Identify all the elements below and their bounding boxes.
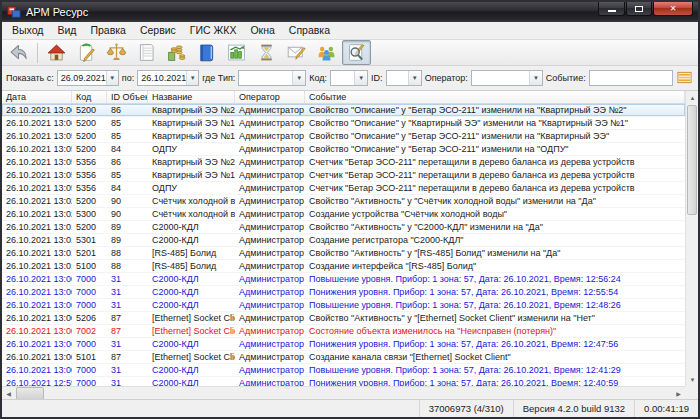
table-body: 26.10.2021 13:06:06520086Квартирный ЭЭ №… xyxy=(2,104,685,390)
table-row[interactable]: 26.10.2021 13:05:02535685Квартирный ЭЭ №… xyxy=(2,169,685,182)
column-header-object_id[interactable]: ID Объекта xyxy=(107,91,148,103)
table-row[interactable]: 26.10.2021 13:01:59520089С2000-КДЛАдмини… xyxy=(2,221,685,234)
menu-item-ГИС ЖКХ[interactable]: ГИС ЖКХ xyxy=(183,23,244,38)
column-header-date[interactable]: Дата xyxy=(2,91,72,103)
charts-icon[interactable] xyxy=(222,40,251,65)
cell-code: 7000 xyxy=(72,364,107,376)
id-combo[interactable]: ▼ xyxy=(386,70,422,86)
date-to-combo[interactable]: 26.10.2021▼ xyxy=(137,70,199,86)
column-header-code[interactable]: Код xyxy=(72,91,107,103)
menu-item-Правка[interactable]: Правка xyxy=(83,23,132,38)
type-combo[interactable]: ▼ xyxy=(238,70,306,86)
cell-name: Квартирный ЭЭ №2 xyxy=(148,156,235,168)
cell-object_id: 84 xyxy=(107,182,148,194)
cell-event: Счетчик "Бетар ЭСО-211" перетащили в дер… xyxy=(305,156,685,168)
app-icon xyxy=(7,5,21,19)
cell-object_id: 86 xyxy=(107,156,148,168)
cell-operator: Администратор xyxy=(235,286,305,298)
cell-event: Повышение уровня. Прибор: 1 зона: 57, Да… xyxy=(305,273,685,285)
cell-code: 5200 xyxy=(72,117,107,129)
table-row[interactable]: 26.10.2021 13:06:01520085Квартирный ЭЭ №… xyxy=(2,117,685,130)
table-row[interactable]: 26.10.2021 13:00:21520687[Ethernet] Sock… xyxy=(2,312,685,325)
table-row[interactable]: 26.10.2021 13:05:05535686Квартирный ЭЭ №… xyxy=(2,156,685,169)
table-row[interactable]: 26.10.2021 13:02:04520090Счётчик холодно… xyxy=(2,195,685,208)
table-row[interactable]: 26.10.2021 13:01:59530189С2000-КДЛАдмини… xyxy=(2,234,685,247)
column-header-event[interactable]: Событие xyxy=(305,91,685,103)
cell-code: 5356 xyxy=(72,182,107,194)
cell-object_id: 31 xyxy=(107,273,148,285)
cell-operator: Администратор xyxy=(235,234,305,246)
table-row[interactable]: 26.10.2021 13:00:15700031С2000-КДЛАдмини… xyxy=(2,338,685,351)
reference-book-icon[interactable] xyxy=(192,40,221,65)
vertical-scroll-thumb[interactable] xyxy=(687,105,697,215)
cell-operator: Администратор xyxy=(235,117,305,129)
chevron-down-icon[interactable]: ▼ xyxy=(529,71,542,85)
users-icon[interactable] xyxy=(312,40,341,65)
cell-code: 5301 xyxy=(72,234,107,246)
cell-event: Свойство "Описание" у "Бетар ЭСО-211" из… xyxy=(305,130,685,142)
close-button[interactable]: ✕ xyxy=(653,2,693,16)
maximize-button[interactable] xyxy=(626,2,652,16)
table-row[interactable]: 26.10.2021 13:00:21700287[Ethernet] Sock… xyxy=(2,325,685,338)
event-list-button[interactable] xyxy=(676,69,694,87)
table-row[interactable]: 26.10.2021 13:00:43700031С2000-КДЛАдмини… xyxy=(2,273,685,286)
mail-icon[interactable] xyxy=(282,40,311,65)
minimize-button[interactable] xyxy=(598,2,625,16)
chevron-down-icon[interactable]: ▼ xyxy=(408,71,421,85)
table-row[interactable]: 26.10.2021 13:02:04530090Счётчик холодно… xyxy=(2,208,685,221)
table-row[interactable]: 26.10.2021 13:00:06510187[Ethernet] Sock… xyxy=(2,351,685,364)
horizontal-scroll-thumb[interactable] xyxy=(16,387,44,400)
date-from-combo[interactable]: 26.09.2021▼ xyxy=(57,70,119,86)
chevron-down-icon[interactable]: ▼ xyxy=(354,71,367,85)
table-row[interactable]: 26.10.2021 13:05:45520085Квартирный ЭЭ №… xyxy=(2,130,685,143)
event-filter-input[interactable] xyxy=(589,70,673,86)
operator-combo[interactable]: ▼ xyxy=(471,70,543,86)
log-search-icon[interactable] xyxy=(342,40,371,65)
horizontal-scrollbar[interactable]: ◀ ▶ xyxy=(2,386,685,399)
finance-coins-icon[interactable] xyxy=(162,40,191,65)
table-row[interactable]: 26.10.2021 13:00:33700031С2000-КДЛАдмини… xyxy=(2,286,685,299)
table-row[interactable]: 26.10.2021 13:05:37520084ОДПУАдминистрат… xyxy=(2,143,685,156)
cell-object_id: 86 xyxy=(107,104,148,116)
cell-name: Счётчик холодной воды xyxy=(148,208,235,220)
column-header-operator[interactable]: Оператор xyxy=(235,91,305,103)
scroll-left-icon[interactable]: ◀ xyxy=(2,387,15,400)
cell-operator: Администратор xyxy=(235,247,305,259)
code-label: Код: xyxy=(309,73,327,83)
balance-scales-icon[interactable] xyxy=(102,40,131,65)
edit-tasks-icon[interactable] xyxy=(72,40,101,65)
toolbar-separator xyxy=(37,43,38,63)
cell-event: Свойство "Описание" у "Бетар ЭСО-211" из… xyxy=(305,143,685,155)
menu-item-Справка[interactable]: Справка xyxy=(282,23,337,38)
chevron-down-icon[interactable]: ▼ xyxy=(292,71,305,85)
scroll-up-icon[interactable]: ▲ xyxy=(686,91,698,104)
code-combo[interactable]: ▼ xyxy=(330,70,368,86)
journal-icon[interactable] xyxy=(132,40,161,65)
chevron-down-icon[interactable]: ▼ xyxy=(186,71,198,85)
cell-event: Свойство "Активность" у "Счётчик холодно… xyxy=(305,195,685,207)
table-row[interactable]: 26.10.2021 13:01:51520188[RS-485] БолидА… xyxy=(2,247,685,260)
history-hourglass-icon[interactable] xyxy=(252,40,281,65)
refresh-button[interactable] xyxy=(697,69,698,87)
cell-operator: Администратор xyxy=(235,130,305,142)
vertical-scrollbar[interactable]: ▲ ▼ xyxy=(685,91,698,386)
menu-item-Сервис[interactable]: Сервис xyxy=(133,23,183,38)
menu-item-Выход[interactable]: Выход xyxy=(5,23,50,38)
cell-code: 5201 xyxy=(72,247,107,259)
menu-item-Окна[interactable]: Окна xyxy=(243,23,281,38)
cell-date: 26.10.2021 13:00:21 xyxy=(2,325,72,337)
date-from-value: 26.09.2021 xyxy=(61,73,106,83)
cell-name: Квартирный ЭЭ №2 xyxy=(148,104,235,116)
table-row[interactable]: 26.10.2021 13:00:05700031С2000-КДЛАдмини… xyxy=(2,364,685,377)
table-row[interactable]: 26.10.2021 13:06:06520086Квартирный ЭЭ №… xyxy=(2,104,685,117)
objects-home-icon[interactable] xyxy=(42,40,71,65)
column-header-name[interactable]: Название xyxy=(148,91,235,103)
scroll-right-icon[interactable]: ▶ xyxy=(672,387,685,400)
scroll-down-icon[interactable]: ▼ xyxy=(686,373,698,386)
table-row[interactable]: 26.10.2021 13:00:24700031С2000-КДЛАдмини… xyxy=(2,299,685,312)
chevron-down-icon[interactable]: ▼ xyxy=(106,71,118,85)
back-arrow-icon[interactable] xyxy=(4,40,33,65)
menu-item-Вид[interactable]: Вид xyxy=(50,23,83,38)
table-row[interactable]: 26.10.2021 13:05:00535684ОДПУАдминистрат… xyxy=(2,182,685,195)
table-row[interactable]: 26.10.2021 13:01:51510088[RS-485] БолидА… xyxy=(2,260,685,273)
